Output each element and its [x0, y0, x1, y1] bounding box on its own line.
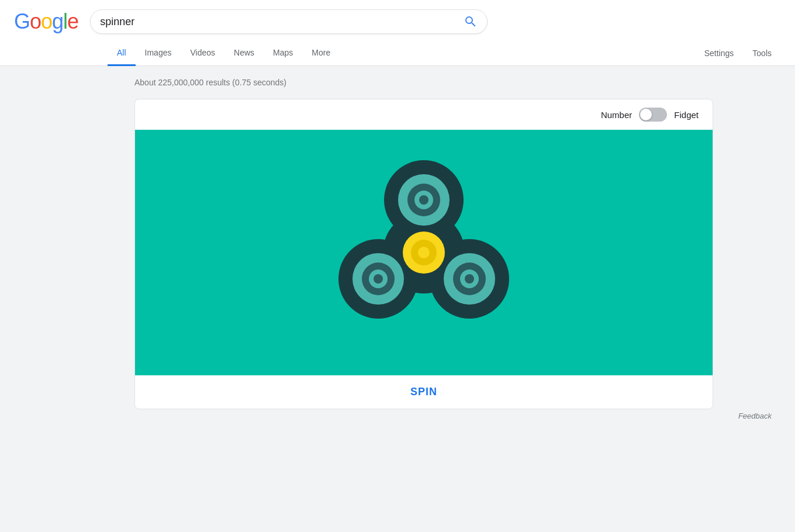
google-logo[interactable]: Google	[14, 9, 78, 34]
tab-settings[interactable]: Settings	[695, 42, 744, 65]
svg-point-15	[465, 274, 474, 284]
toggle-thumb	[640, 109, 652, 120]
tab-videos[interactable]: Videos	[181, 41, 224, 66]
tab-maps[interactable]: Maps	[264, 41, 302, 66]
tab-more[interactable]: More	[302, 41, 340, 66]
header: Google All Images Videos News Maps More …	[0, 0, 795, 66]
tab-news[interactable]: News	[224, 41, 264, 66]
svg-point-11	[374, 274, 383, 284]
mode-fidget-label: Fidget	[674, 110, 699, 120]
spin-button[interactable]: SPIN	[410, 386, 437, 398]
logo-letter-o1: o	[30, 9, 41, 33]
tab-all[interactable]: All	[108, 41, 136, 66]
search-box	[90, 9, 488, 34]
card-controls: Number Fidget	[135, 99, 713, 130]
logo-letter-o2: o	[41, 9, 52, 33]
search-input[interactable]	[100, 16, 464, 28]
tab-tools[interactable]: Tools	[743, 42, 781, 65]
nav-tabs: All Images Videos News Maps More	[108, 41, 340, 65]
spinner-canvas[interactable]	[135, 130, 713, 375]
spinner-card: Number Fidget	[134, 99, 713, 409]
feedback-link[interactable]: Feedback	[738, 412, 772, 420]
nav-row: All Images Videos News Maps More Setting…	[14, 41, 781, 65]
tab-images[interactable]: Images	[136, 41, 181, 66]
logo-letter-g2: g	[52, 9, 63, 33]
main-content: About 225,000,000 results (0.75 seconds)…	[0, 66, 795, 438]
mode-toggle[interactable]	[639, 108, 667, 122]
search-button[interactable]	[464, 15, 478, 29]
spinner-svg	[324, 153, 523, 352]
mode-number-label: Number	[601, 110, 632, 120]
feedback-row: Feedback	[134, 409, 781, 426]
svg-point-7	[419, 195, 428, 205]
logo-letter-e: e	[67, 9, 78, 33]
svg-point-18	[418, 247, 430, 258]
spin-button-area: SPIN	[135, 375, 713, 409]
search-icon	[464, 15, 478, 29]
logo-letter-g: G	[14, 9, 30, 33]
toggle-track[interactable]	[639, 108, 667, 122]
nav-right: Settings Tools	[695, 42, 781, 65]
results-count: About 225,000,000 results (0.75 seconds)	[134, 78, 781, 87]
header-top: Google	[14, 9, 781, 34]
